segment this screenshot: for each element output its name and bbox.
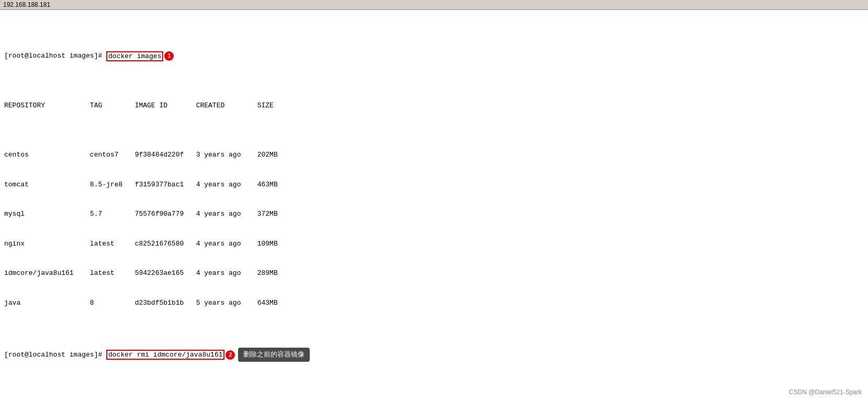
badge-2: 2 (226, 350, 235, 360)
tooltip-2: 删除之前的容器镜像 (238, 348, 310, 362)
cmd-highlight-1: docker images (106, 51, 163, 61)
terminal-line-8: java 8 d23bdf5b1b1b 5 years ago 643MB (4, 298, 864, 308)
watermark: CSDN @Daniel521-Spark (789, 388, 862, 396)
badge-1: 1 (164, 51, 174, 61)
cmd-highlight-2: docker rmi idmcore/java8u161 (106, 350, 224, 360)
terminal-body: [root@localhost images]# docker images1 … (0, 10, 868, 400)
terminal-line-1: [root@localhost images]# docker images1 (4, 51, 864, 61)
terminal-line-2: REPOSITORY TAG IMAGE ID CREATED SIZE (4, 101, 864, 111)
terminal-line-6: nginx latest c82521676580 4 years ago 10… (4, 239, 864, 249)
terminal-line-7: idmcore/java8u161 latest 5942263ae165 4 … (4, 269, 864, 279)
terminal-line-9: [root@localhost images]# docker rmi idmc… (4, 348, 864, 362)
terminal-line-5: mysql 5.7 75576f90a779 4 years ago 372MB (4, 209, 864, 219)
title-bar: 192.168.188.181 (0, 0, 868, 10)
terminal-line-4: tomcat 8.5-jre8 f3159377bac1 4 years ago… (4, 180, 864, 190)
title-ip: 192.168.188.181 (3, 1, 50, 8)
terminal-line-3: centos centos7 9f38484d220f 3 years ago … (4, 150, 864, 160)
